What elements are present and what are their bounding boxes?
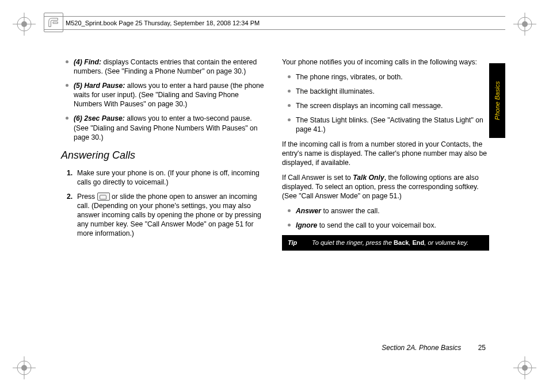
paragraph: If the incoming call is from a number st…	[282, 140, 489, 167]
bullet-label: (5) Hard Pause:	[74, 82, 125, 90]
left-bullet: (4) Find: displays Contacts entries that…	[60, 57, 267, 76]
page-content: (4) Find: displays Contacts entries that…	[60, 57, 493, 345]
crop-mark-br	[513, 356, 536, 379]
header-fileinfo-bar: M520_Sprint.book Page 25 Thursday, Septe…	[44, 16, 505, 30]
bullet-text: displays Contacts entries that contain t…	[74, 58, 257, 75]
right-bullet: Answer to answer the call.	[282, 206, 489, 216]
right-bullet: The backlight illuminates.	[282, 87, 489, 96]
tip-text: To quiet the ringer, press the Back, End…	[312, 239, 468, 247]
right-bullet: The phone rings, vibrates, or both.	[282, 72, 489, 82]
left-bullet: (6) 2sec Pause: allows you to enter a tw…	[60, 114, 267, 141]
right-bullet: The screen displays an incoming call mes…	[282, 101, 489, 110]
crop-mark-tr	[513, 13, 536, 36]
bullet-label: (6) 2sec Pause:	[74, 114, 125, 122]
right-column: Your phone notifies you of incoming call…	[282, 57, 489, 345]
bullet-label: (4) Find:	[74, 58, 101, 66]
tip-label: Tip	[288, 239, 302, 247]
tip-box: Tip To quiet the ringer, press the Back,…	[282, 235, 489, 251]
subheading-answering-calls: Answering Calls	[61, 149, 267, 163]
right-bullet: The Status Light blinks. (See "Activatin…	[282, 116, 489, 134]
step-text: Make sure your phone is on. (If your pho…	[77, 169, 260, 186]
crop-mark-bl	[13, 356, 36, 379]
footer-page-number: 25	[478, 344, 486, 352]
step-item: Make sure your phone is on. (If your pho…	[67, 168, 267, 187]
side-tab-label: Phone Basics	[494, 81, 501, 120]
page-footer: Section 2A. Phone Basics 25	[382, 344, 486, 352]
paragraph: Your phone notifies you of incoming call…	[282, 57, 489, 67]
talk-key-icon	[97, 193, 110, 201]
header-fileinfo-text: M520_Sprint.book Page 25 Thursday, Septe…	[66, 20, 260, 26]
step-item: Press or slide the phone open to answer …	[67, 192, 267, 238]
paragraph: If Call Answer is set to Talk Only, the …	[282, 173, 489, 201]
right-bullet: Ignore to send the call to your voicemai…	[282, 221, 489, 230]
left-bullet: (5) Hard Pause: allows you to enter a ha…	[60, 81, 267, 109]
crop-mark-tl	[13, 13, 36, 36]
footer-section: Section 2A. Phone Basics	[382, 344, 461, 352]
step-text: Press or slide the phone open to answer …	[77, 193, 261, 237]
left-column: (4) Find: displays Contacts entries that…	[60, 57, 267, 345]
